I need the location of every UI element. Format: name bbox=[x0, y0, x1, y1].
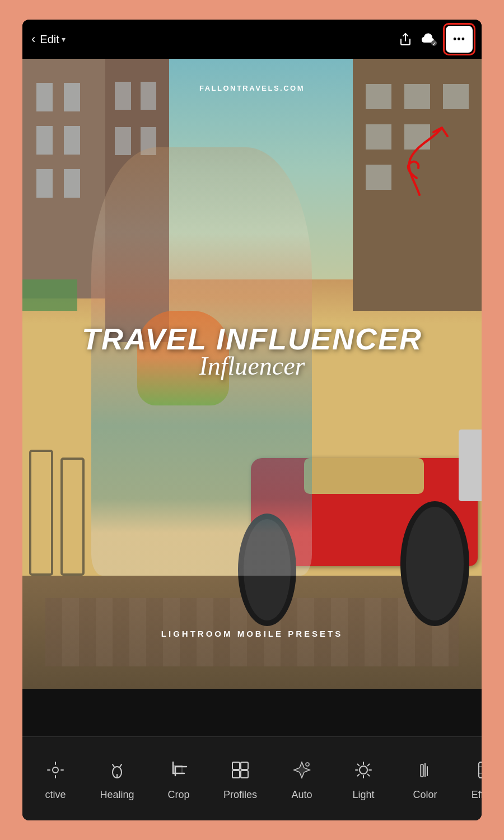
svg-rect-13 bbox=[479, 762, 482, 778]
main-title-line1: TRAVEL INFLUENCER bbox=[22, 324, 482, 354]
toolbar-item-healing[interactable]: Healing bbox=[86, 751, 148, 806]
svg-text:✓: ✓ bbox=[432, 41, 436, 46]
subtitle-text: LIGHTROOM MOBILE PRESETS bbox=[22, 629, 482, 638]
bikes-left bbox=[22, 418, 91, 575]
crop-label: Crop bbox=[167, 789, 189, 801]
website-text: FALLONTRAVELS.COM bbox=[22, 84, 482, 92]
svg-point-3 bbox=[53, 767, 58, 773]
toolbar-item-color[interactable]: Color bbox=[394, 751, 456, 806]
main-title-area: TRAVEL INFLUENCER Influencer bbox=[22, 324, 482, 381]
selective-icon bbox=[42, 757, 69, 783]
top-bar: ‹ Edit ▾ ✓ bbox=[22, 20, 482, 59]
svg-point-10 bbox=[306, 763, 309, 766]
edit-title: Edit ▾ bbox=[40, 33, 65, 46]
effects-icon bbox=[473, 757, 482, 783]
share-button[interactable] bbox=[399, 32, 412, 46]
svg-rect-7 bbox=[241, 762, 248, 769]
toolbar-item-profiles[interactable]: Profiles bbox=[209, 751, 271, 806]
toolbar-item-effects[interactable]: Effects bbox=[456, 751, 482, 806]
building-right-1 bbox=[353, 59, 482, 311]
edit-label: Edit bbox=[40, 33, 59, 46]
svg-point-11 bbox=[360, 766, 367, 774]
edit-chevron-icon[interactable]: ▾ bbox=[62, 35, 66, 44]
toolbar-item-crop[interactable]: Crop bbox=[148, 751, 209, 806]
more-options-button[interactable]: ••• bbox=[446, 26, 473, 53]
toolbar-item-auto[interactable]: Auto bbox=[271, 751, 333, 806]
toolbar-item-light[interactable]: Light bbox=[333, 751, 394, 806]
toolbar-items: ctive Healing bbox=[22, 751, 482, 806]
more-dots-icon: ••• bbox=[453, 34, 465, 45]
photo-scene: FALLONTRAVELS.COM TRAVEL INFLUENCER Infl… bbox=[22, 59, 482, 689]
bottom-toolbar: ctive Healing bbox=[22, 736, 482, 820]
healing-label: Healing bbox=[100, 789, 134, 801]
cloud-button[interactable]: ✓ bbox=[421, 32, 437, 46]
svg-rect-12 bbox=[421, 764, 423, 777]
crop-icon bbox=[165, 757, 192, 783]
svg-rect-9 bbox=[241, 771, 248, 778]
color-icon bbox=[412, 757, 438, 783]
toolbar-item-selective[interactable]: ctive bbox=[25, 751, 86, 806]
profiles-label: Profiles bbox=[223, 789, 257, 801]
auto-icon bbox=[288, 757, 315, 783]
top-bar-right: ✓ ••• bbox=[399, 26, 473, 53]
back-button[interactable]: ‹ bbox=[31, 32, 35, 46]
awning bbox=[22, 279, 77, 311]
photo-area: FALLONTRAVELS.COM TRAVEL INFLUENCER Infl… bbox=[22, 59, 482, 689]
profiles-icon bbox=[227, 757, 254, 783]
auto-label: Auto bbox=[291, 789, 312, 801]
light-label: Light bbox=[352, 789, 374, 801]
svg-rect-6 bbox=[232, 762, 240, 769]
phone-container: ‹ Edit ▾ ✓ bbox=[22, 20, 482, 820]
selective-label: ctive bbox=[45, 789, 66, 801]
top-bar-left: ‹ Edit ▾ bbox=[31, 32, 66, 46]
svg-rect-8 bbox=[232, 771, 240, 778]
black-panel bbox=[22, 689, 482, 736]
healing-icon bbox=[104, 757, 130, 783]
light-icon bbox=[350, 757, 377, 783]
effects-label: Effects bbox=[472, 789, 482, 801]
color-label: Color bbox=[413, 789, 437, 801]
